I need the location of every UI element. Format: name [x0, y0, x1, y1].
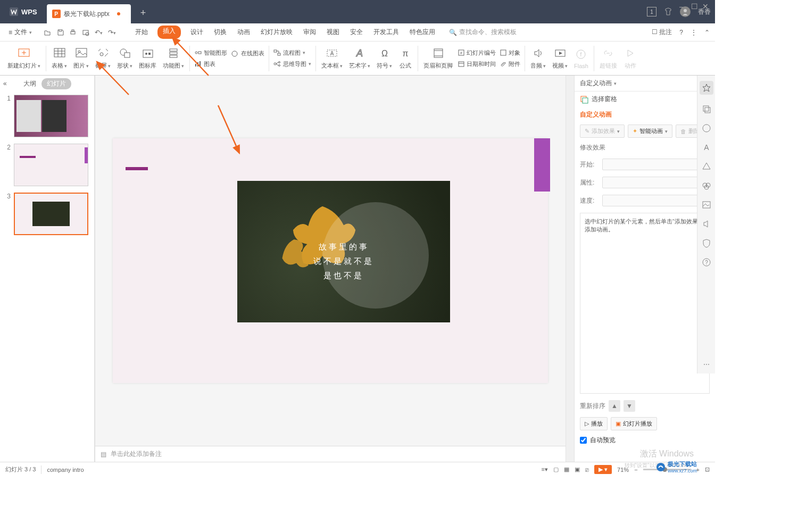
more-side-icon[interactable]: ⋯: [703, 361, 710, 368]
tab-view[interactable]: 视图: [326, 26, 340, 39]
formula-button[interactable]: π 公式: [395, 43, 415, 74]
help-side-icon[interactable]: ?: [702, 257, 711, 267]
slide-number-button[interactable]: #幻灯片编号: [458, 49, 496, 57]
flowchart-button[interactable]: 流程图▾: [273, 49, 311, 57]
object-button[interactable]: 对象: [500, 49, 520, 57]
tab-security[interactable]: 安全: [349, 26, 364, 39]
tab-developer[interactable]: 开发工具: [372, 26, 400, 39]
text-side-icon[interactable]: A: [702, 143, 711, 152]
notes-toggle-icon[interactable]: ≡▾: [542, 466, 548, 473]
slides-tab[interactable]: 幻灯片: [41, 78, 71, 89]
screenshot-button[interactable]: 截屏▾: [92, 43, 114, 74]
property-select[interactable]: [602, 177, 710, 188]
shield-side-icon[interactable]: [702, 238, 711, 248]
color-side-icon[interactable]: [702, 181, 711, 190]
workspace-icon[interactable]: 1: [647, 7, 656, 16]
command-search[interactable]: 🔍 查找命令、搜索模板: [449, 28, 517, 37]
wps-label: WPS: [21, 8, 37, 16]
slideshow-button[interactable]: ▣幻灯片播放: [611, 417, 657, 430]
redo-icon[interactable]: ↷▾: [108, 29, 116, 36]
slide-thumb-1[interactable]: 1: [3, 95, 91, 137]
style-side-icon[interactable]: [702, 123, 711, 133]
collapse-ribbon-icon[interactable]: ⌃: [704, 29, 710, 36]
start-select[interactable]: [602, 159, 710, 170]
tab-special[interactable]: 特色应用: [409, 26, 436, 39]
reading-view-icon[interactable]: ▣: [575, 466, 580, 473]
svg-rect-9: [54, 48, 65, 57]
smartart-button[interactable]: 智能图形: [194, 49, 227, 57]
move-down-button[interactable]: ▼: [624, 400, 635, 412]
collapse-pane-icon[interactable]: «: [3, 80, 7, 87]
more-icon[interactable]: ⋮: [691, 29, 697, 36]
play-button[interactable]: ▷播放: [580, 417, 608, 430]
new-tab-button[interactable]: +: [140, 7, 146, 19]
sorter-view-icon[interactable]: ▦: [564, 466, 569, 473]
autopreview-checkbox[interactable]: [580, 437, 587, 444]
audio-side-icon[interactable]: [702, 219, 711, 229]
tab-review[interactable]: 审阅: [302, 26, 317, 39]
image-side-icon[interactable]: [702, 200, 711, 210]
print-preview-icon[interactable]: [82, 29, 89, 36]
speed-select[interactable]: [602, 195, 710, 206]
attachment-button[interactable]: 附件: [500, 60, 520, 68]
inserted-image[interactable]: 故事里的事 说不是就不是 是也不是: [237, 181, 450, 322]
animation-buttons: ✎添加效果▾ ✦智能动画▾ 🗑删除: [575, 122, 715, 140]
save-icon[interactable]: [56, 29, 64, 36]
outline-tab[interactable]: 大纲: [23, 79, 36, 88]
tab-home[interactable]: 开始: [134, 26, 149, 39]
comments-button[interactable]: ☐ 批注: [652, 28, 672, 37]
table-button[interactable]: 表格▾: [48, 43, 70, 74]
tab-slideshow[interactable]: 幻灯片放映: [260, 26, 294, 39]
skin-icon[interactable]: [664, 7, 672, 16]
tab-transition[interactable]: 切换: [213, 26, 228, 39]
wps-home-tab[interactable]: WPS: [2, 4, 45, 19]
new-slide-button[interactable]: 新建幻灯片▾: [4, 43, 44, 74]
tab-design[interactable]: 设计: [189, 26, 204, 39]
select-pane-row[interactable]: 选择窗格: [575, 92, 715, 107]
play-slideshow-button[interactable]: ▶ ▾: [594, 465, 612, 474]
online-chart-button[interactable]: 在线图表: [231, 49, 264, 57]
mindmap-button[interactable]: 思维导图▾: [273, 60, 311, 68]
svg-rect-27: [195, 64, 196, 66]
fit-window-icon[interactable]: ⊡: [705, 466, 710, 473]
chart-button[interactable]: 图表: [194, 60, 227, 68]
open-icon[interactable]: [44, 29, 51, 36]
animation-side-icon[interactable]: [700, 81, 713, 95]
reorder-row: 重新排序 ▲ ▼: [575, 397, 715, 415]
notes-pane[interactable]: ▤ 单击此处添加备注: [95, 446, 566, 462]
undo-icon[interactable]: ↶▾: [95, 29, 103, 36]
animation-pane: 自定义动画▾ ✕ 选择窗格 自定义动画 ✎添加效果▾ ✦智能动画▾ 🗑删除 修改…: [574, 76, 715, 462]
layers-side-icon[interactable]: [702, 104, 711, 114]
function-pic-button[interactable]: 功能图▾: [160, 43, 187, 74]
smart-anim-button[interactable]: ✦智能动画▾: [628, 124, 672, 138]
help-icon[interactable]: ?: [679, 29, 683, 36]
vertical-scrollbar[interactable]: [566, 76, 574, 462]
wordart-button[interactable]: A 艺术字▾: [346, 43, 373, 74]
textbox-button[interactable]: A 文本框▾: [318, 43, 346, 74]
icon-library-button[interactable]: 图标库: [136, 43, 160, 74]
table-icon: [53, 47, 66, 60]
user-avatar-icon[interactable]: [680, 6, 691, 17]
user-name[interactable]: 香香: [698, 7, 711, 16]
slide-canvas-area[interactable]: 故事里的事 说不是就不是 是也不是: [95, 76, 566, 446]
present-view-icon[interactable]: ⎚: [585, 467, 589, 473]
symbol-button[interactable]: Ω 符号▾: [373, 43, 395, 74]
shape-button[interactable]: 形状▾: [114, 43, 136, 74]
tab-insert[interactable]: 插入: [157, 26, 181, 39]
print-icon[interactable]: [69, 29, 77, 36]
autopreview-row[interactable]: 自动预览: [575, 433, 715, 448]
datetime-button[interactable]: 日期和时间: [458, 60, 496, 68]
slide-thumb-2[interactable]: 2: [3, 144, 91, 186]
audio-button[interactable]: 音频▾: [527, 43, 549, 74]
video-button[interactable]: 视频▾: [549, 43, 571, 74]
picture-button[interactable]: 图片▾: [70, 43, 92, 74]
shapes-side-icon[interactable]: [702, 162, 711, 171]
document-tab[interactable]: P 极光下载站.pptx: [47, 4, 131, 23]
tab-animation[interactable]: 动画: [236, 26, 251, 39]
move-up-button[interactable]: ▲: [609, 400, 620, 412]
normal-view-icon[interactable]: ▢: [553, 466, 559, 473]
slide-thumb-3[interactable]: 3: [3, 193, 91, 235]
header-footer-button[interactable]: 页眉和页脚: [420, 43, 456, 74]
file-menu[interactable]: ≡ 文件 ▾: [5, 28, 35, 37]
slide-3[interactable]: 故事里的事 说不是就不是 是也不是: [113, 138, 548, 383]
